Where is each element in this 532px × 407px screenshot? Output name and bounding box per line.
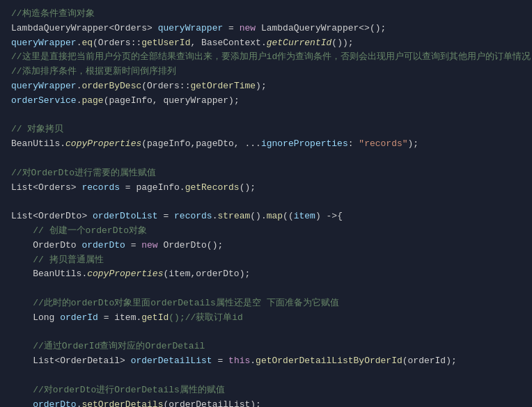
code-line <box>11 152 521 166</box>
code-line: //对orderDto进行OrderDetails属性的赋值 <box>11 383 521 398</box>
code-line: List<Orders> records = pageInfo.getRecor… <box>11 181 521 195</box>
code-block: //构造条件查询对象LambdaQueryWrapper<Orders> que… <box>11 7 521 407</box>
code-line: //添加排序条件，根据更新时间倒序排列 <box>11 65 521 79</box>
code-line: //构造条件查询对象 <box>11 7 521 22</box>
code-line: //对OrderDto进行需要的属性赋值 <box>11 166 521 181</box>
code-line <box>11 326 521 340</box>
code-line: List<OrderDetail> orderDetailList = this… <box>11 354 521 369</box>
code-line: queryWrapper.eq(Orders::getUserId, BaseC… <box>11 36 521 51</box>
code-line: queryWrapper.orderByDesc(Orders::getOrde… <box>11 79 521 94</box>
code-line: orderService.page(pageInfo, queryWrapper… <box>11 94 521 109</box>
code-line: BeanUtils.copyProperties(item,orderDto); <box>11 267 521 282</box>
code-line: BeanUtils.copyProperties(pageInfo,pageDt… <box>11 137 521 152</box>
code-line: LambdaQueryWrapper<Orders> queryWrapper … <box>11 22 521 36</box>
code-line: // 创建一个orderDto对象 <box>11 224 521 239</box>
code-line: //通过OrderId查询对应的OrderDetail <box>11 340 521 354</box>
code-line: Long orderId = item.getId();//获取订单id <box>11 311 521 326</box>
code-line: //此时的orderDto对象里面orderDetails属性还是空 下面准备为… <box>11 296 521 311</box>
code-line: //这里是直接把当前用户分页的全部结果查询出来，要添加用户id作为查询条件，否则… <box>11 50 521 65</box>
code-line: OrderDto orderDto = new OrderDto(); <box>11 239 521 253</box>
code-line: // 拷贝普通属性 <box>11 253 521 268</box>
code-line <box>11 109 521 123</box>
code-line: // 对象拷贝 <box>11 122 521 137</box>
code-line <box>11 369 521 383</box>
code-editor: //构造条件查询对象LambdaQueryWrapper<Orders> que… <box>0 0 532 407</box>
code-line <box>11 282 521 296</box>
code-line: orderDto.setOrderDetails(orderDetailList… <box>11 398 521 407</box>
code-line <box>11 195 521 209</box>
code-line: List<OrderDto> orderDtoList = records.st… <box>11 209 521 224</box>
